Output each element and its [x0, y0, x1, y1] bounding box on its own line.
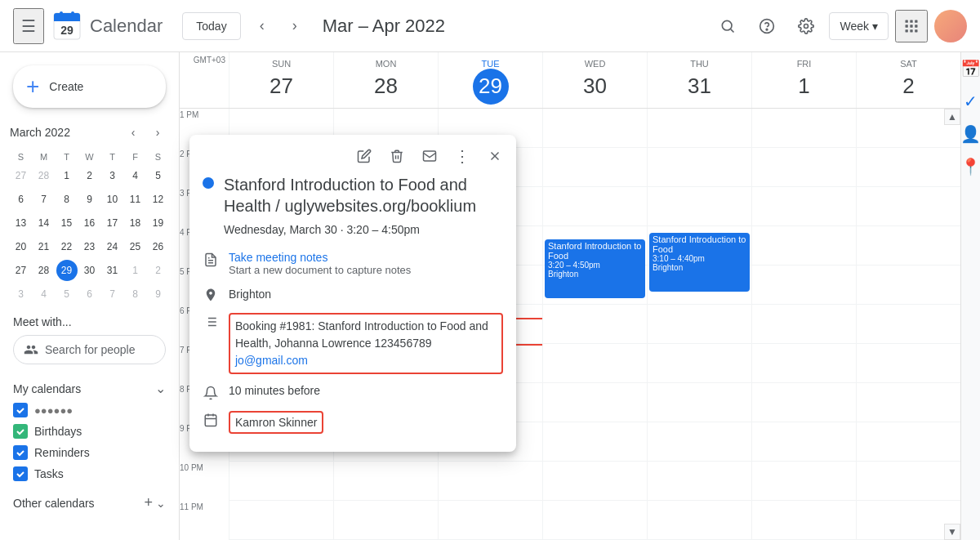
mini-cal-day[interactable]: 6: [79, 283, 100, 305]
avatar[interactable]: [934, 10, 967, 42]
search-people-field[interactable]: Search for people: [13, 335, 166, 364]
hour-line: [648, 462, 751, 501]
map-pin-icon: [203, 288, 218, 302]
mini-cal-day[interactable]: 30: [79, 260, 100, 281]
mini-cal-day[interactable]: 9: [79, 189, 100, 210]
calendar-checkbox-personal[interactable]: [13, 403, 28, 417]
mini-cal-day[interactable]: 28: [33, 260, 55, 281]
calendar-checkbox-reminders[interactable]: [13, 445, 28, 460]
mini-cal-day[interactable]: 6: [11, 189, 32, 210]
help-button[interactable]: [751, 10, 783, 42]
day-num-mon[interactable]: 28: [368, 69, 404, 105]
right-panel-icon-2[interactable]: ✓: [964, 91, 978, 111]
mini-cal-day[interactable]: 3: [11, 283, 32, 305]
popup-more-button[interactable]: ⋮: [448, 141, 477, 171]
prev-arrow[interactable]: ‹: [247, 11, 277, 41]
mini-cal-prev[interactable]: ‹: [122, 121, 145, 144]
mini-cal-day[interactable]: 13: [11, 212, 32, 234]
my-calendars-header[interactable]: My calendars ⌄: [0, 377, 179, 399]
mini-cal-day[interactable]: 15: [56, 212, 78, 234]
calendar-item-tasks[interactable]: Tasks: [0, 463, 179, 484]
popup-email-button[interactable]: [415, 141, 444, 171]
svg-point-10: [767, 29, 768, 30]
mini-cal-day[interactable]: 8: [125, 283, 146, 305]
menu-button[interactable]: ☰: [13, 8, 44, 44]
add-other-calendar-icon[interactable]: +: [144, 494, 153, 511]
mini-cal-day[interactable]: 8: [56, 189, 78, 210]
mini-cal-day[interactable]: 2: [79, 165, 100, 186]
mini-cal-day[interactable]: 23: [79, 236, 100, 257]
mini-cal-day[interactable]: 9: [148, 283, 169, 305]
mini-cal-day[interactable]: 4: [125, 165, 146, 186]
mini-cal-day[interactable]: 16: [79, 212, 100, 234]
mini-cal-day[interactable]: 28: [33, 165, 55, 186]
plus-icon: +: [26, 75, 39, 98]
hour-line: [752, 501, 856, 540]
day-num-fri[interactable]: 1: [786, 69, 822, 105]
mini-cal-day[interactable]: 11: [125, 189, 146, 210]
event-stanford-wed[interactable]: Stanford Introduction to Food3:20 – 4:50…: [545, 239, 645, 298]
day-num-sat[interactable]: 2: [891, 69, 927, 105]
calendar-checkbox-tasks[interactable]: [13, 466, 28, 481]
settings-button[interactable]: [790, 10, 822, 42]
hour-line: [648, 148, 751, 187]
mini-cal-day[interactable]: 3: [102, 165, 123, 186]
mini-cal-day[interactable]: 4: [33, 283, 55, 305]
mini-cal-day[interactable]: 19: [148, 212, 169, 234]
mini-cal-day[interactable]: 25: [125, 236, 146, 257]
mini-cal-day[interactable]: 12: [148, 189, 169, 210]
take-meeting-notes-link[interactable]: Take meeting notes: [229, 251, 411, 264]
popup-email-link[interactable]: jo@gmail.com: [235, 354, 308, 367]
mini-cal-day[interactable]: 2: [148, 260, 169, 281]
mini-cal-next[interactable]: ›: [146, 121, 169, 144]
view-selector[interactable]: Week ▾: [829, 12, 889, 40]
hour-line: [543, 344, 647, 383]
calendar-item-birthdays[interactable]: Birthdays: [0, 421, 179, 442]
mini-cal-day[interactable]: 1: [56, 165, 78, 186]
mini-cal-day[interactable]: 17: [102, 212, 123, 234]
mini-cal-day[interactable]: 5: [56, 283, 78, 305]
scroll-up-button[interactable]: ▲: [944, 109, 960, 125]
mini-cal-day[interactable]: 20: [11, 236, 32, 257]
mini-cal-day[interactable]: 31: [102, 260, 123, 281]
mini-cal-day[interactable]: 27: [11, 165, 32, 186]
apps-button[interactable]: [895, 10, 928, 42]
dow-fri: FRI: [755, 59, 853, 69]
mini-cal-day[interactable]: 21: [33, 236, 55, 257]
search-button[interactable]: [711, 10, 744, 42]
day-num-thu[interactable]: 31: [682, 69, 718, 105]
other-calendars-header[interactable]: Other calendars + ⌄: [0, 491, 179, 515]
right-panel-icon-1[interactable]: 📅: [960, 59, 980, 78]
mini-cal-day[interactable]: 24: [102, 236, 123, 257]
mini-cal-day-header: M: [33, 150, 55, 163]
today-button[interactable]: Today: [182, 12, 240, 40]
scroll-down-button[interactable]: ▼: [944, 524, 960, 540]
day-num-tue[interactable]: 29: [473, 69, 509, 105]
mini-cal-day[interactable]: 29: [56, 260, 78, 281]
popup-delete-button[interactable]: [382, 141, 412, 171]
mini-cal-day[interactable]: 26: [148, 236, 169, 257]
mini-cal-day[interactable]: 7: [102, 283, 123, 305]
next-arrow[interactable]: ›: [280, 11, 310, 41]
mini-cal-day[interactable]: 27: [11, 260, 32, 281]
right-panel-icon-4[interactable]: 📍: [960, 157, 980, 176]
calendar-item-reminders[interactable]: Reminders: [0, 442, 179, 463]
day-num-sun[interactable]: 27: [264, 69, 300, 105]
popup-close-button[interactable]: [480, 141, 510, 171]
popup-edit-button[interactable]: [350, 141, 379, 171]
mini-cal-day[interactable]: 18: [125, 212, 146, 234]
event-stanford-thu[interactable]: Stanford Introduction to Food3:10 – 4:40…: [649, 233, 750, 292]
right-panel-icon-3[interactable]: 👤: [960, 124, 980, 144]
mini-cal-day[interactable]: 14: [33, 212, 55, 234]
calendar-item-personal[interactable]: ●●●●●●: [0, 399, 179, 421]
create-button[interactable]: + Create: [13, 65, 166, 108]
mini-cal-day[interactable]: 1: [125, 260, 146, 281]
svg-rect-15: [906, 25, 908, 27]
day-col-fri: [751, 109, 856, 540]
mini-cal-day[interactable]: 22: [56, 236, 78, 257]
calendar-checkbox-birthdays[interactable]: [13, 424, 28, 439]
mini-cal-day[interactable]: 10: [102, 189, 123, 210]
mini-cal-day[interactable]: 5: [148, 165, 169, 186]
mini-cal-day[interactable]: 7: [33, 189, 55, 210]
day-num-wed[interactable]: 30: [577, 69, 613, 105]
